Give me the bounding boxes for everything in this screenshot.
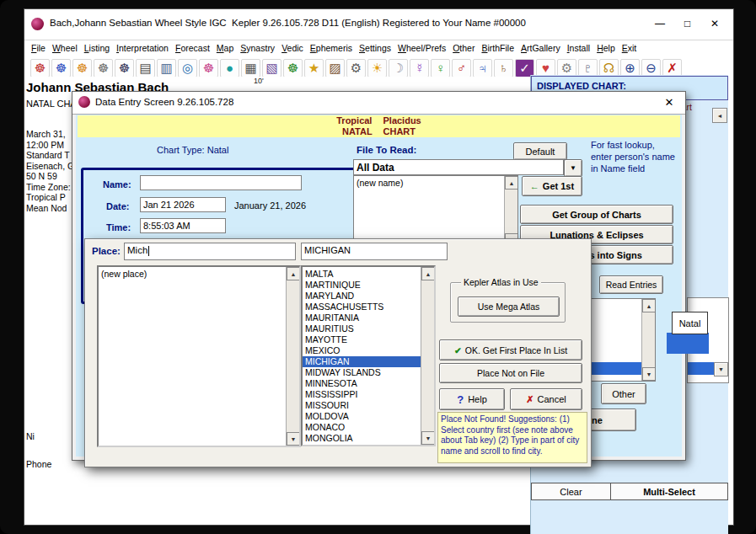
date-field[interactable]: Jan 21 2026 (140, 197, 226, 212)
data-entry-titlebar[interactable]: Data Entry Screen 9.26.105.728 ✕ (72, 92, 685, 115)
country-item[interactable]: MASSACHUSETTS (303, 302, 421, 312)
wheel-blue-icon[interactable]: ☸ (51, 59, 71, 77)
read-entries-button[interactable]: Read Entries (599, 275, 663, 294)
title-bar[interactable]: Bach,Johann Sebastian Wheel Style IGC Ke… (24, 9, 733, 40)
close-button[interactable]: ✕ (703, 14, 727, 33)
star-icon[interactable]: ★ (304, 59, 324, 77)
use-mega-atlas-button[interactable]: Use Mega Atlas (458, 296, 560, 317)
country-item[interactable]: MISSOURI (303, 400, 421, 411)
menu-map[interactable]: Map (213, 40, 237, 56)
place-not-on-file-button[interactable]: Place Not on File (439, 363, 582, 383)
country-item[interactable]: MAURITANIA (303, 312, 421, 323)
tab-natal[interactable]: Natal (672, 312, 708, 334)
menu-wheel[interactable]: Wheel (49, 40, 81, 56)
clear-button[interactable]: Clear (531, 483, 611, 500)
sun-icon[interactable]: ☀ (367, 59, 387, 77)
entries-scrollbar[interactable]: ▲ ▼ (641, 299, 655, 381)
menu-birthfile[interactable]: BirthFile (478, 40, 517, 56)
chart-page-icon[interactable]: ▧ (262, 59, 281, 77)
menu-exit[interactable]: Exit (619, 40, 641, 56)
get-first-button[interactable]: ← Get 1st (522, 176, 582, 196)
menu-synastry[interactable]: Synastry (237, 40, 278, 56)
gears-icon[interactable]: ⚙ (346, 59, 366, 77)
country-match-field[interactable]: MICHIGAN (301, 243, 448, 260)
country-item[interactable]: MEXICO (303, 345, 421, 356)
map-icon[interactable]: ▨ (325, 59, 345, 77)
wheel-orange-icon[interactable]: ☸ (72, 59, 92, 77)
mercury-icon[interactable]: ☿ (410, 59, 429, 77)
name-list-scrollbar[interactable]: ▲ ▼ (504, 176, 517, 247)
country-item[interactable]: MIDWAY ISLANDS (303, 367, 421, 378)
country-item[interactable]: MINNESOTA (303, 378, 421, 389)
default-button[interactable]: Default (513, 142, 567, 160)
file-select-value[interactable]: All Data (353, 159, 564, 175)
country-listbox[interactable]: MALTAMARTINIQUEMARYLANDMASSACHUSETTSMAUR… (301, 265, 436, 446)
country-item[interactable]: MOLDOVA (303, 411, 421, 422)
sphere-teal-icon[interactable]: ● (220, 59, 239, 77)
wheel-red-icon[interactable]: ☸ (30, 59, 50, 77)
grid-icon[interactable]: ▦ (241, 59, 260, 77)
maximize-button[interactable]: □ (676, 14, 700, 33)
get-group-button[interactable]: Get Group of Charts (520, 205, 673, 224)
help-button[interactable]: ? Help (439, 388, 505, 410)
country-item[interactable]: MISSISSIPPI (303, 389, 421, 400)
menu-vedic[interactable]: Vedic (278, 40, 307, 56)
dialog-close-icon[interactable]: ✕ (662, 95, 677, 110)
place-list-scrollbar[interactable]: ▲ ▼ (286, 267, 299, 446)
time-field[interactable]: 8:55:03 AM (140, 218, 226, 233)
scroll-down-icon[interactable]: ▼ (287, 432, 300, 446)
country-item[interactable]: MAYOTTE (303, 334, 421, 345)
scroll-down-button[interactable]: ▼ (714, 362, 728, 376)
menu-wheel-prefs[interactable]: Wheel/Prefs (394, 40, 449, 56)
country-item[interactable]: MONGOLIA (303, 433, 421, 444)
menu-install[interactable]: Install (564, 40, 593, 56)
scroll-left-button[interactable]: ◄ (712, 108, 727, 123)
country-item[interactable]: MICHIGAN (303, 356, 421, 367)
scroll-up-icon[interactable]: ▲ (421, 267, 435, 280)
menu-interpretation[interactable]: Interpretation (113, 40, 172, 56)
menu-artgallery[interactable]: ArtGallery (517, 40, 564, 56)
country-item[interactable]: MARYLAND (303, 291, 421, 302)
menu-help[interactable]: Help (593, 40, 619, 56)
scroll-down-icon[interactable]: ▼ (421, 431, 435, 445)
saturn-icon[interactable]: ♄ (494, 59, 513, 77)
jupiter-icon[interactable]: ♃ (473, 59, 492, 77)
scroll-down-icon[interactable]: ▼ (642, 367, 656, 381)
wheel-pink-icon[interactable]: ☸ (199, 59, 218, 77)
menu-listing[interactable]: Listing (81, 40, 113, 56)
cancel-button[interactable]: ✗ Cancel (510, 388, 582, 410)
scroll-up-icon[interactable]: ▲ (287, 267, 300, 280)
wheel-green-icon[interactable]: ☸ (283, 59, 303, 77)
multi-select-button[interactable]: Multi-Select (610, 483, 728, 500)
moon-icon[interactable]: ☽ (389, 59, 408, 77)
country-scrollbar[interactable]: ▲ ▼ (421, 267, 434, 445)
menu-file[interactable]: File (28, 40, 49, 56)
name-listbox[interactable]: (new name) ▲ ▼ (353, 175, 518, 248)
globe-icon[interactable]: ◎ (178, 59, 197, 77)
scroll-up-icon[interactable]: ▲ (642, 299, 656, 312)
country-item[interactable]: MARTINIQUE (303, 280, 421, 291)
other-button[interactable]: Other (601, 383, 646, 404)
country-item[interactable]: MAURITIUS (303, 323, 421, 334)
wheel-dark-icon[interactable]: ☸ (115, 59, 134, 77)
country-item[interactable]: MONACO (303, 422, 421, 433)
scroll-up-icon[interactable]: ▲ (505, 176, 518, 190)
file-dropdown-arrow[interactable]: ▼ (564, 159, 582, 177)
menu-other[interactable]: Other (449, 40, 478, 56)
printer-icon[interactable]: ▤ (136, 59, 155, 77)
place-listbox[interactable]: (new place) ▲ ▼ (97, 265, 301, 447)
menu-forecast[interactable]: Forecast (172, 40, 213, 56)
name-field[interactable] (140, 175, 302, 190)
place-input[interactable]: Mich (124, 243, 296, 260)
list-item[interactable]: (new name) (354, 178, 517, 189)
wheel-gray-icon[interactable]: ☸ (94, 59, 113, 77)
venus-icon[interactable]: ♀ (431, 59, 450, 77)
list-item[interactable]: (new place) (99, 269, 299, 280)
document-icon[interactable]: ▥ (157, 59, 176, 77)
ok-get-first-place-button[interactable]: ✔ OK. Get First Place In List (439, 339, 582, 360)
menu-settings[interactable]: Settings (356, 40, 394, 56)
country-item[interactable]: MALTA (303, 269, 421, 280)
minimize-button[interactable]: — (648, 14, 672, 33)
mars-icon[interactable]: ♂ (452, 59, 471, 77)
menu-ephemeris[interactable]: Ephemeris (307, 40, 356, 56)
